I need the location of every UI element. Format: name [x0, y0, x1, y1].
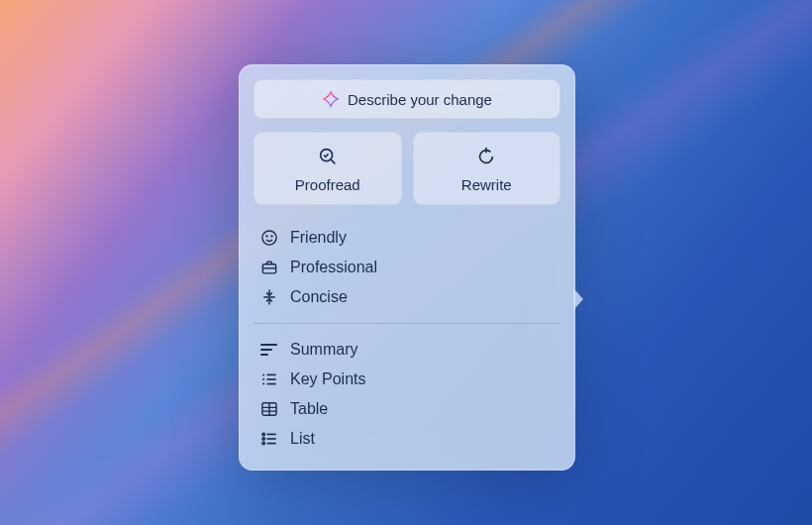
svg-point-10: [262, 438, 264, 440]
concise-option[interactable]: Concise: [257, 282, 557, 312]
popover-caret: [573, 288, 583, 310]
professional-option[interactable]: Professional: [257, 253, 557, 282]
summary-option[interactable]: Summary: [257, 335, 557, 365]
section-divider: [254, 323, 560, 324]
proofread-button[interactable]: Proofread: [254, 132, 402, 205]
list-option[interactable]: List: [257, 424, 557, 454]
list-label: List: [290, 430, 315, 448]
svg-point-2: [266, 236, 267, 237]
professional-label: Professional: [290, 259, 377, 276]
svg-point-9: [262, 433, 264, 435]
writing-tools-popover: Describe your change Proofread Rewrite: [239, 64, 575, 471]
friendly-label: Friendly: [290, 229, 347, 247]
concise-label: Concise: [290, 288, 348, 306]
rewrite-button[interactable]: Rewrite: [413, 132, 561, 205]
describe-change-button[interactable]: Describe your change: [254, 79, 560, 119]
summary-label: Summary: [290, 341, 357, 359]
keypoints-label: Key Points: [290, 370, 365, 388]
smiley-icon: [259, 228, 279, 248]
keypoints-option[interactable]: Key Points: [257, 365, 557, 394]
apple-intelligence-icon: [322, 90, 340, 108]
describe-change-label: Describe your change: [348, 91, 492, 108]
svg-point-11: [262, 442, 264, 444]
primary-actions: Proofread Rewrite: [254, 132, 560, 205]
bullet-list-icon: [259, 369, 279, 389]
svg-point-3: [271, 236, 272, 237]
summary-icon: [259, 340, 279, 360]
rewrite-icon: [475, 146, 497, 167]
svg-point-7: [262, 383, 264, 385]
briefcase-icon: [259, 258, 279, 277]
list-icon: [259, 429, 279, 449]
table-icon: [259, 399, 279, 419]
svg-point-1: [262, 231, 276, 245]
proofread-label: Proofread: [295, 176, 360, 193]
table-option[interactable]: Table: [257, 394, 557, 424]
magnifier-check-icon: [317, 146, 339, 167]
compress-icon: [259, 287, 279, 307]
friendly-option[interactable]: Friendly: [257, 223, 557, 253]
format-section: Summary Key Points Table: [254, 333, 560, 456]
svg-point-5: [262, 373, 264, 375]
svg-point-6: [262, 378, 264, 380]
table-label: Table: [290, 400, 328, 418]
rewrite-label: Rewrite: [461, 176, 512, 193]
tone-section: Friendly Professional Concise: [254, 221, 560, 314]
